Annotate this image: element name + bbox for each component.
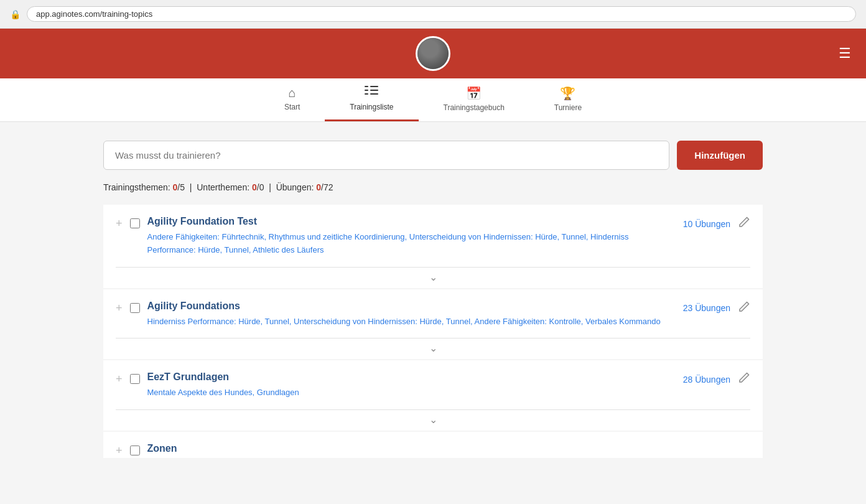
topic-section-4: + Zonen bbox=[103, 432, 763, 458]
topic-actions-2: 23 Übungen bbox=[683, 301, 750, 316]
stats-exercises-total: 72 bbox=[324, 182, 333, 192]
topic-title-4: Zonen bbox=[147, 443, 750, 454]
drag-handle-icon[interactable]: + bbox=[116, 373, 123, 386]
topic-section-1: + Agility Foundation Test Andere Fähigke… bbox=[103, 205, 763, 288]
trophy-icon: 🏆 bbox=[560, 86, 575, 101]
hamburger-menu-icon[interactable]: ☰ bbox=[839, 45, 851, 62]
table-row: + Zonen bbox=[103, 432, 763, 458]
stats-exercises-current: 0 bbox=[316, 182, 321, 192]
tab-turniere[interactable]: 🏆 Turniere bbox=[529, 78, 607, 121]
topic-section-3: + EezT Grundlagen Mentale Aspekte des Hu… bbox=[103, 360, 763, 431]
topic-count-3: 28 Übungen bbox=[683, 375, 730, 385]
topic-list: + Agility Foundation Test Andere Fähigke… bbox=[103, 205, 763, 458]
svg-rect-2 bbox=[365, 93, 368, 95]
stats-subtopics-label: Unterthemen: bbox=[197, 182, 249, 192]
topic-body-4: Zonen bbox=[147, 443, 750, 458]
drag-handle-icon[interactable]: + bbox=[116, 444, 123, 457]
topic-header-4: + Zonen bbox=[116, 443, 750, 458]
svg-rect-3 bbox=[370, 86, 378, 87]
stats-sep2: | bbox=[269, 182, 271, 192]
url-bar[interactable]: app.aginotes.com/training-topics bbox=[27, 6, 856, 22]
topic-header-2: + Agility Foundations Hinderniss Perform… bbox=[116, 301, 750, 329]
topic-section-2: + Agility Foundations Hinderniss Perform… bbox=[103, 289, 763, 360]
table-row: + Agility Foundation Test Andere Fähigke… bbox=[103, 205, 763, 268]
stats-row: Trainingsthemen: 0/5 | Unterthemen: 0/0 … bbox=[103, 182, 763, 192]
lock-icon: 🔒 bbox=[10, 9, 21, 19]
list-icon bbox=[365, 86, 378, 100]
svg-rect-4 bbox=[370, 90, 378, 91]
tab-trainingsliste-label: Trainingsliste bbox=[350, 103, 393, 111]
drag-handle-icon[interactable]: + bbox=[116, 302, 123, 315]
home-icon: ⌂ bbox=[289, 86, 296, 100]
stats-subtopics-current: 0 bbox=[252, 182, 257, 192]
app-header: ☰ bbox=[0, 29, 866, 78]
topic-body-3: EezT Grundlagen Mentale Aspekte des Hund… bbox=[147, 371, 676, 399]
topic-checkbox-3[interactable] bbox=[130, 374, 140, 384]
stats-topics-total: 5 bbox=[180, 182, 185, 192]
topic-body-2: Agility Foundations Hinderniss Performan… bbox=[147, 301, 676, 329]
tab-trainingstagebuch-label: Trainingstagebuch bbox=[444, 103, 505, 112]
svg-rect-5 bbox=[370, 93, 378, 95]
table-row: + EezT Grundlagen Mentale Aspekte des Hu… bbox=[103, 360, 763, 410]
topic-checkbox-2[interactable] bbox=[130, 303, 140, 313]
svg-rect-0 bbox=[365, 86, 368, 87]
topic-title-1: Agility Foundation Test bbox=[147, 216, 676, 227]
topic-chevron-1[interactable]: ⌄ bbox=[103, 268, 763, 288]
calendar-icon: 📅 bbox=[466, 86, 482, 101]
topic-header-3: + EezT Grundlagen Mentale Aspekte des Hu… bbox=[116, 371, 750, 399]
tab-start[interactable]: ⌂ Start bbox=[259, 78, 325, 121]
topic-chevron-3[interactable]: ⌄ bbox=[103, 410, 763, 431]
avatar[interactable] bbox=[416, 36, 450, 71]
browser-bar: 🔒 app.aginotes.com/training-topics bbox=[0, 0, 866, 29]
nav-tabs: ⌂ Start Trainingsliste 📅 Trainingstagebu… bbox=[0, 78, 866, 122]
search-input[interactable] bbox=[103, 141, 669, 170]
topic-title-2: Agility Foundations bbox=[147, 301, 676, 312]
tab-start-label: Start bbox=[284, 103, 300, 111]
topic-checkbox-1[interactable] bbox=[130, 218, 140, 228]
topic-tags-1: Andere Fähigkeiten: Führtechnik, Rhythmu… bbox=[147, 231, 676, 257]
edit-icon-1[interactable] bbox=[738, 216, 750, 231]
edit-icon-3[interactable] bbox=[738, 371, 750, 387]
stats-topics-label: Trainingsthemen: bbox=[103, 182, 170, 192]
topic-actions-3: 28 Übungen bbox=[683, 371, 750, 387]
topic-title-3: EezT Grundlagen bbox=[147, 371, 676, 383]
avatar-image bbox=[417, 38, 449, 69]
svg-rect-1 bbox=[365, 90, 368, 91]
tab-turniere-label: Turniere bbox=[554, 103, 582, 112]
main-content: Hinzufügen Trainingsthemen: 0/5 | Untert… bbox=[91, 141, 775, 458]
topic-tags-3: Mentale Aspekte des Hundes, Grundlagen bbox=[147, 386, 676, 399]
tab-trainingsliste[interactable]: Trainingsliste bbox=[325, 78, 418, 121]
topic-count-1: 10 Übungen bbox=[683, 219, 730, 229]
topic-tags-2: Hinderniss Performance: Hürde, Tunnel, U… bbox=[147, 315, 676, 329]
table-row: + Agility Foundations Hinderniss Perform… bbox=[103, 289, 763, 339]
stats-subtopics-total: 0 bbox=[259, 182, 264, 192]
topic-actions-1: 10 Übungen bbox=[683, 216, 750, 231]
tab-trainingstagebuch[interactable]: 📅 Trainingstagebuch bbox=[419, 78, 529, 121]
topic-chevron-2[interactable]: ⌄ bbox=[103, 338, 763, 359]
topic-count-2: 23 Übungen bbox=[683, 303, 730, 313]
topic-body-1: Agility Foundation Test Andere Fähigkeit… bbox=[147, 216, 676, 257]
drag-handle-icon[interactable]: + bbox=[116, 217, 123, 230]
topic-checkbox-4[interactable] bbox=[130, 446, 140, 455]
add-button[interactable]: Hinzufügen bbox=[677, 141, 763, 170]
edit-icon-2[interactable] bbox=[738, 301, 750, 316]
topic-header-1: + Agility Foundation Test Andere Fähigke… bbox=[116, 216, 750, 257]
stats-sep1: | bbox=[190, 182, 192, 192]
search-row: Hinzufügen bbox=[103, 141, 763, 170]
stats-exercises-label: Übungen: bbox=[276, 182, 314, 192]
